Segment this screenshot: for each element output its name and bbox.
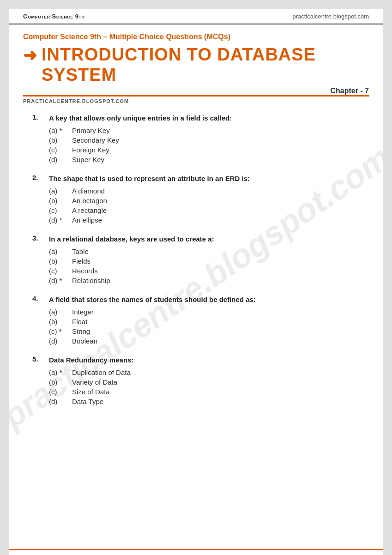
option-1b: (b) Secondary Key	[49, 136, 369, 144]
opt-label-1d: (d)	[49, 156, 72, 163]
option-5b: (b) Variety of Data	[49, 378, 369, 386]
question-line-4: 4. A field that stores the names of stud…	[32, 295, 369, 304]
opt-text-5b: Variety of Data	[72, 378, 117, 386]
q-text-2: The shape that is used to represent an a…	[49, 174, 250, 183]
q-number-5: 5.	[32, 355, 49, 363]
option-3d: (d) * Relationship	[49, 277, 369, 284]
opt-label-3c: (c)	[49, 267, 72, 275]
option-4d: (d) Boolean	[49, 337, 369, 345]
opt-label-2c: (c)	[49, 206, 72, 214]
opt-label-3a: (a)	[49, 247, 72, 255]
q-number-4: 4.	[32, 295, 49, 302]
chapter-row: Chapter - 7	[9, 87, 383, 95]
options-list-3: (a) Table (b) Fields (c) Records (d) * R…	[49, 247, 369, 284]
opt-label-5d: (d)	[49, 398, 72, 405]
arrow-icon: ➜	[23, 46, 37, 65]
opt-label-2d: (d) *	[49, 216, 72, 224]
opt-label-4d: (d)	[49, 337, 72, 345]
opt-text-2c: A rectangle	[72, 206, 107, 214]
opt-text-3b: Fields	[72, 257, 90, 265]
option-1a: (a) * Primary Key	[49, 127, 369, 134]
option-5d: (d) Data Type	[49, 398, 369, 405]
q-number-1: 1.	[32, 113, 49, 121]
opt-text-5a: Duplication of Data	[72, 368, 131, 376]
opt-text-2d: An ellipse	[72, 216, 102, 224]
option-1c: (c) Foreign Key	[49, 146, 369, 154]
opt-text-3d: Relationship	[72, 277, 110, 284]
q-number-2: 2.	[32, 174, 49, 181]
question-block-2: 2. The shape that is used to represent a…	[32, 174, 369, 224]
option-5a: (a) * Duplication of Data	[49, 368, 369, 376]
option-2a: (a) A diamond	[49, 187, 369, 195]
opt-text-3c: Records	[72, 267, 98, 275]
content-area: 1. A key that allows only unique entries…	[9, 109, 383, 549]
option-4b: (b) Float	[49, 318, 369, 326]
options-list-4: (a) Integer (b) Float (c) * String (d) B…	[49, 308, 369, 345]
question-block-4: 4. A field that stores the names of stud…	[32, 295, 369, 345]
opt-text-1d: Super Key	[72, 156, 104, 163]
option-4c: (c) * String	[49, 327, 369, 335]
option-4a: (a) Integer	[49, 308, 369, 316]
header-website: practicalcentre.blogspot.com	[293, 13, 369, 20]
options-list-2: (a) A diamond (b) An octagon (c) A recta…	[49, 187, 369, 224]
opt-label-1a: (a) *	[49, 127, 72, 134]
opt-label-2b: (b)	[49, 197, 72, 205]
opt-label-1c: (c)	[49, 146, 72, 154]
title-section: Computer Science 9th – Multiple Choice Q…	[9, 24, 383, 85]
opt-text-2b: An octagon	[72, 197, 107, 205]
opt-text-4a: Integer	[72, 308, 94, 316]
options-list-5: (a) * Duplication of Data (b) Variety of…	[49, 368, 369, 405]
page: practicalcentre.blogspot.com Computer Sc…	[9, 9, 383, 555]
option-3b: (b) Fields	[49, 257, 369, 265]
option-2c: (c) A rectangle	[49, 206, 369, 214]
main-title-row: ➜ INTRODUCTION TO DATABASE SYSTEM	[23, 45, 369, 85]
q-text-1: A key that allows only unique entries in…	[49, 113, 232, 123]
opt-text-1a: Primary Key	[72, 127, 110, 134]
opt-label-5c: (c)	[49, 388, 72, 396]
opt-text-1c: Foreign Key	[72, 146, 109, 154]
option-3a: (a) Table	[49, 247, 369, 255]
options-list-1: (a) * Primary Key (b) Secondary Key (c) …	[49, 127, 369, 163]
opt-label-4c: (c) *	[49, 327, 72, 335]
opt-text-5c: Size of Data	[72, 388, 110, 396]
q-text-5: Data Redundancy means:	[49, 355, 133, 365]
main-title-line2: SYSTEM	[42, 65, 116, 84]
question-line-3: 3. In a relational database, keys are us…	[32, 234, 369, 244]
option-2b: (b) An octagon	[49, 197, 369, 205]
opt-text-4c: String	[72, 327, 90, 335]
chapter-label: Chapter - 7	[330, 87, 369, 95]
page-header: Computer Science 9th practicalcentre.blo…	[9, 9, 383, 24]
opt-label-5b: (b)	[49, 378, 72, 386]
opt-text-1b: Secondary Key	[72, 136, 119, 144]
question-line-2: 2. The shape that is used to represent a…	[32, 174, 369, 183]
opt-label-4a: (a)	[49, 308, 72, 316]
opt-label-5a: (a) *	[49, 368, 72, 376]
question-block-5: 5. Data Redundancy means: (a) * Duplicat…	[32, 355, 369, 405]
website-label: PRACTICALCENTRE.BLOGSPOT.COM	[9, 97, 383, 109]
q-number-3: 3.	[32, 234, 49, 242]
question-block-3: 3. In a relational database, keys are us…	[32, 234, 369, 284]
opt-label-4b: (b)	[49, 318, 72, 326]
option-2d: (d) * An ellipse	[49, 216, 369, 224]
opt-label-2a: (a)	[49, 187, 72, 195]
subtitle: Computer Science 9th – Multiple Choice Q…	[23, 33, 369, 41]
opt-label-3d: (d) *	[49, 277, 72, 284]
opt-label-3b: (b)	[49, 257, 72, 265]
opt-text-2a: A diamond	[72, 187, 105, 195]
opt-text-4b: Float	[72, 318, 87, 326]
opt-label-1b: (b)	[49, 136, 72, 144]
question-line-5: 5. Data Redundancy means:	[32, 355, 369, 365]
option-1d: (d) Super Key	[49, 156, 369, 163]
opt-text-4d: Boolean	[72, 337, 97, 345]
page-footer: Introduction to Database System – Multip…	[9, 549, 383, 555]
option-3c: (c) Records	[49, 267, 369, 275]
q-text-3: In a relational database, keys are used …	[49, 234, 214, 244]
option-5c: (c) Size of Data	[49, 388, 369, 396]
question-line-1: 1. A key that allows only unique entries…	[32, 113, 369, 123]
header-course-title: Computer Science 9th	[23, 13, 85, 20]
opt-text-3a: Table	[72, 247, 89, 255]
main-title-line1: INTRODUCTION TO DATABASE	[42, 45, 316, 64]
question-block-1: 1. A key that allows only unique entries…	[32, 113, 369, 163]
q-text-4: A field that stores the names of student…	[49, 295, 256, 304]
opt-text-5d: Data Type	[72, 398, 103, 405]
